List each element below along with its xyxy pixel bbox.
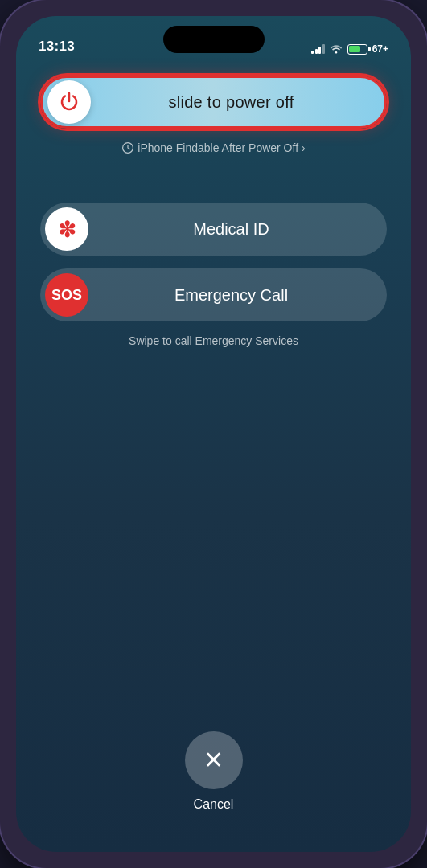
phone-frame: 13:13 — [0, 0, 427, 868]
emergency-call-label: Emergency Call — [88, 286, 382, 305]
cancel-container: ✕ Cancel — [185, 731, 243, 852]
medical-id-label: Medical ID — [88, 220, 382, 239]
findable-text: iPhone Findable After Power Off — [138, 141, 298, 154]
signal-icon — [311, 44, 325, 54]
power-slider-container: slide to power off — [40, 76, 387, 129]
power-slider[interactable]: slide to power off — [40, 76, 387, 129]
sos-icon: SOS — [45, 273, 88, 317]
cancel-icon: ✕ — [203, 748, 224, 772]
power-thumb — [47, 80, 91, 124]
wifi-icon — [330, 44, 343, 54]
swipe-subtitle: Swipe to call Emergency Services — [129, 334, 298, 347]
location-icon — [121, 141, 134, 154]
cancel-label: Cancel — [194, 797, 234, 812]
dynamic-island — [163, 26, 265, 53]
findable-info[interactable]: iPhone Findable After Power Off › — [121, 141, 305, 154]
findable-arrow: › — [302, 141, 306, 154]
main-content: slide to power off iPhone Findable After… — [16, 59, 411, 852]
medical-id-button[interactable]: ✽ Medical ID — [40, 203, 387, 256]
cancel-button[interactable]: ✕ — [185, 731, 243, 789]
battery-percent: 67+ — [372, 43, 388, 55]
power-slider-label: slide to power off — [91, 93, 380, 112]
power-icon — [59, 92, 80, 113]
status-icons: 67+ — [311, 43, 388, 55]
status-time: 13:13 — [39, 39, 75, 55]
sos-emergency-button[interactable]: SOS Emergency Call — [40, 268, 387, 321]
medical-icon: ✽ — [45, 207, 88, 251]
phone-screen: 13:13 — [16, 16, 411, 852]
battery-icon: 67+ — [347, 43, 388, 55]
